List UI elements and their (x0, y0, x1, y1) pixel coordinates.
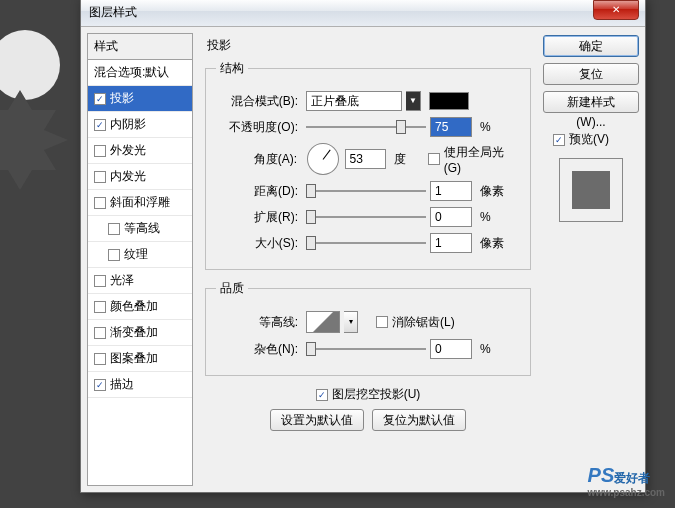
styles-header[interactable]: 样式 (88, 34, 192, 60)
spread-label: 扩展(R): (216, 209, 302, 226)
checkbox-icon[interactable] (108, 249, 120, 261)
style-item-inner-glow[interactable]: 内发光 (88, 164, 192, 190)
style-item-satin[interactable]: 光泽 (88, 268, 192, 294)
checkbox-icon[interactable] (94, 145, 106, 157)
titlebar[interactable]: 图层样式 ✕ (81, 0, 645, 27)
style-label: 内发光 (110, 168, 146, 185)
global-light-checkbox[interactable]: 使用全局光(G) (428, 144, 520, 175)
dialog-title: 图层样式 (89, 4, 593, 21)
style-label: 纹理 (124, 246, 148, 263)
opacity-input[interactable]: 75 (430, 117, 472, 137)
structure-group: 结构 混合模式(B): 正片叠底 ▼ 不透明度(O): 75 % 角度(A): (205, 60, 531, 270)
size-input[interactable]: 1 (430, 233, 472, 253)
ok-button[interactable]: 确定 (543, 35, 639, 57)
checkbox-icon[interactable] (94, 171, 106, 183)
knockout-row: 图层挖空投影(U) (205, 386, 531, 403)
knockout-checkbox[interactable]: 图层挖空投影(U) (316, 386, 421, 403)
noise-unit: % (476, 342, 510, 356)
checkbox-icon[interactable] (94, 379, 106, 391)
spread-slider[interactable] (306, 208, 426, 226)
size-unit: 像素 (476, 235, 510, 252)
preview-swatch (572, 171, 610, 209)
preview-label: 预览(V) (569, 131, 609, 148)
size-label: 大小(S): (216, 235, 302, 252)
distance-input[interactable]: 1 (430, 181, 472, 201)
side-buttons: 确定 复位 新建样式(W)... 预览(V) (543, 33, 639, 486)
distance-slider[interactable] (306, 182, 426, 200)
spread-row: 扩展(R): 0 % (216, 207, 520, 227)
reset-default-button[interactable]: 复位为默认值 (372, 409, 466, 431)
chevron-down-icon[interactable]: ▼ (406, 91, 421, 111)
size-row: 大小(S): 1 像素 (216, 233, 520, 253)
checkbox-icon (553, 134, 565, 146)
checkbox-icon (316, 389, 328, 401)
background-gear (0, 90, 80, 190)
checkbox-icon[interactable] (94, 275, 106, 287)
checkbox-icon[interactable] (94, 93, 106, 105)
checkbox-icon[interactable] (108, 223, 120, 235)
checkbox-icon[interactable] (94, 353, 106, 365)
chevron-down-icon[interactable]: ▾ (344, 311, 358, 333)
opacity-row: 不透明度(O): 75 % (216, 117, 520, 137)
set-default-button[interactable]: 设置为默认值 (270, 409, 364, 431)
contour-row: 等高线: ▾ 消除锯齿(L) (216, 311, 520, 333)
style-label: 投影 (110, 90, 134, 107)
blend-defaults-label: 混合选项:默认 (94, 64, 169, 81)
global-light-label: 使用全局光(G) (444, 144, 520, 175)
contour-picker[interactable] (306, 311, 340, 333)
style-item-inner-shadow[interactable]: 内阴影 (88, 112, 192, 138)
distance-row: 距离(D): 1 像素 (216, 181, 520, 201)
style-label: 内阴影 (110, 116, 146, 133)
style-item-contour[interactable]: 等高线 (88, 216, 192, 242)
shadow-color-swatch[interactable] (429, 92, 469, 110)
blend-mode-select[interactable]: 正片叠底 (306, 91, 402, 111)
style-item-outer-glow[interactable]: 外发光 (88, 138, 192, 164)
preview-box (559, 158, 623, 222)
structure-legend: 结构 (216, 60, 248, 77)
style-item-stroke[interactable]: 描边 (88, 372, 192, 398)
checkbox-icon[interactable] (94, 197, 106, 209)
style-item-texture[interactable]: 纹理 (88, 242, 192, 268)
contour-label: 等高线: (216, 314, 302, 331)
style-label: 光泽 (110, 272, 134, 289)
checkbox-icon (428, 153, 440, 165)
spread-input[interactable]: 0 (430, 207, 472, 227)
cancel-button[interactable]: 复位 (543, 63, 639, 85)
layer-style-dialog: 图层样式 ✕ 样式 混合选项:默认 投影 内阴影 外发光 内发光 (80, 0, 646, 493)
style-item-gradient-overlay[interactable]: 渐变叠加 (88, 320, 192, 346)
angle-label: 角度(A): (216, 151, 301, 168)
style-item-pattern-overlay[interactable]: 图案叠加 (88, 346, 192, 372)
checkbox-icon[interactable] (94, 327, 106, 339)
angle-input[interactable]: 53 (345, 149, 387, 169)
preview-checkbox[interactable]: 预览(V) (543, 131, 639, 148)
distance-label: 距离(D): (216, 183, 302, 200)
style-label: 描边 (110, 376, 134, 393)
distance-unit: 像素 (476, 183, 510, 200)
style-label: 颜色叠加 (110, 298, 158, 315)
styles-list: 样式 混合选项:默认 投影 内阴影 外发光 内发光 斜面和浮 (87, 33, 193, 486)
knockout-label: 图层挖空投影(U) (332, 386, 421, 403)
noise-label: 杂色(N): (216, 341, 302, 358)
spread-unit: % (476, 210, 510, 224)
style-item-bevel-emboss[interactable]: 斜面和浮雕 (88, 190, 192, 216)
default-buttons: 设置为默认值 复位为默认值 (205, 409, 531, 431)
checkbox-icon[interactable] (94, 119, 106, 131)
size-slider[interactable] (306, 234, 426, 252)
noise-input[interactable]: 0 (430, 339, 472, 359)
style-item-color-overlay[interactable]: 颜色叠加 (88, 294, 192, 320)
style-item-drop-shadow[interactable]: 投影 (88, 86, 192, 112)
style-label: 等高线 (124, 220, 160, 237)
effect-title: 投影 (205, 35, 531, 60)
watermark: PS爱好者 www.psahz.com (588, 464, 665, 498)
angle-dial[interactable] (307, 143, 339, 175)
close-button[interactable]: ✕ (593, 0, 639, 20)
style-label: 渐变叠加 (110, 324, 158, 341)
noise-slider[interactable] (306, 340, 426, 358)
checkbox-icon[interactable] (94, 301, 106, 313)
antialias-checkbox[interactable]: 消除锯齿(L) (376, 314, 455, 331)
new-style-button[interactable]: 新建样式(W)... (543, 91, 639, 113)
opacity-slider[interactable] (306, 118, 426, 136)
blend-mode-label: 混合模式(B): (216, 93, 302, 110)
dialog-body: 样式 混合选项:默认 投影 内阴影 外发光 内发光 斜面和浮 (81, 27, 645, 492)
blend-defaults-item[interactable]: 混合选项:默认 (88, 60, 192, 86)
